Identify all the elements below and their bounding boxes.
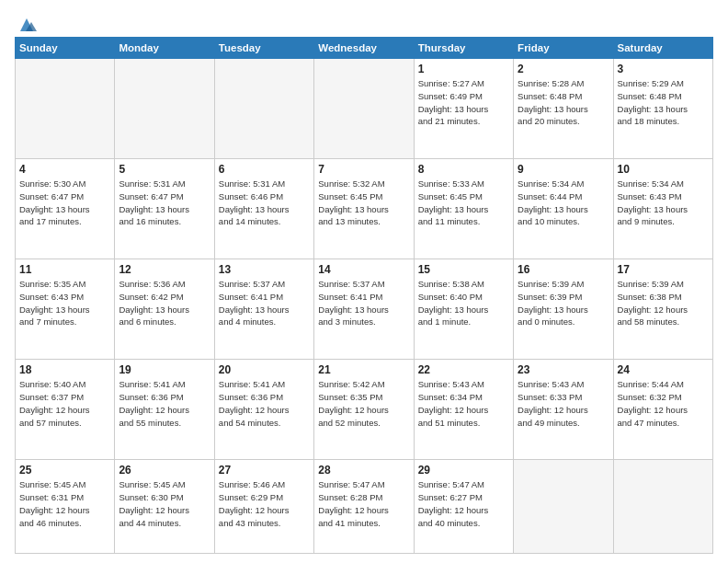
day-number: 27 [219, 464, 310, 477]
day-info: Sunrise: 5:29 AM Sunset: 6:48 PM Dayligh… [618, 77, 709, 128]
calendar-cell: 22Sunrise: 5:43 AM Sunset: 6:34 PM Dayli… [414, 360, 513, 460]
page: SundayMondayTuesdayWednesdayThursdayFrid… [0, 0, 728, 563]
calendar-cell: 24Sunrise: 5:44 AM Sunset: 6:32 PM Dayli… [613, 360, 712, 460]
calendar-cell: 7Sunrise: 5:32 AM Sunset: 6:45 PM Daylig… [314, 159, 414, 259]
day-number: 8 [418, 163, 509, 176]
day-info: Sunrise: 5:32 AM Sunset: 6:45 PM Dayligh… [318, 178, 409, 228]
calendar-cell: 5Sunrise: 5:31 AM Sunset: 6:47 PM Daylig… [115, 159, 214, 259]
day-number: 17 [618, 263, 709, 276]
calendar-table: SundayMondayTuesdayWednesdayThursdayFrid… [15, 37, 713, 554]
day-number: 29 [418, 464, 509, 477]
day-number: 28 [318, 464, 409, 477]
calendar-cell: 25Sunrise: 5:45 AM Sunset: 6:31 PM Dayli… [16, 460, 115, 554]
day-info: Sunrise: 5:38 AM Sunset: 6:40 PM Dayligh… [418, 278, 509, 328]
day-info: Sunrise: 5:30 AM Sunset: 6:47 PM Dayligh… [19, 178, 110, 228]
day-info: Sunrise: 5:27 AM Sunset: 6:49 PM Dayligh… [418, 77, 509, 128]
day-info: Sunrise: 5:33 AM Sunset: 6:45 PM Dayligh… [418, 178, 509, 228]
day-info: Sunrise: 5:36 AM Sunset: 6:42 PM Dayligh… [119, 278, 210, 328]
day-number: 11 [19, 263, 110, 276]
day-number: 4 [19, 163, 110, 176]
day-header-thursday: Thursday [414, 38, 513, 59]
day-info: Sunrise: 5:47 AM Sunset: 6:27 PM Dayligh… [418, 478, 509, 529]
calendar-cell: 23Sunrise: 5:43 AM Sunset: 6:33 PM Dayli… [514, 360, 613, 460]
day-number: 5 [119, 163, 210, 176]
calendar-cell: 2Sunrise: 5:28 AM Sunset: 6:48 PM Daylig… [514, 59, 613, 159]
day-number: 22 [418, 363, 509, 376]
calendar-cell: 6Sunrise: 5:31 AM Sunset: 6:46 PM Daylig… [214, 159, 313, 259]
calendar-cell [613, 460, 712, 554]
calendar-week-row: 4Sunrise: 5:30 AM Sunset: 6:47 PM Daylig… [16, 159, 713, 259]
calendar-cell: 17Sunrise: 5:39 AM Sunset: 6:38 PM Dayli… [613, 259, 712, 360]
day-number: 6 [219, 163, 310, 176]
calendar-week-row: 18Sunrise: 5:40 AM Sunset: 6:37 PM Dayli… [16, 360, 713, 460]
calendar-cell [514, 460, 613, 554]
day-info: Sunrise: 5:40 AM Sunset: 6:37 PM Dayligh… [19, 378, 110, 429]
day-info: Sunrise: 5:45 AM Sunset: 6:31 PM Dayligh… [19, 478, 110, 529]
day-info: Sunrise: 5:44 AM Sunset: 6:32 PM Dayligh… [618, 378, 709, 429]
day-info: Sunrise: 5:37 AM Sunset: 6:41 PM Dayligh… [219, 278, 310, 328]
day-number: 2 [518, 63, 609, 75]
calendar-cell: 28Sunrise: 5:47 AM Sunset: 6:28 PM Dayli… [314, 460, 414, 554]
calendar-cell: 1Sunrise: 5:27 AM Sunset: 6:49 PM Daylig… [414, 59, 513, 159]
calendar-cell: 4Sunrise: 5:30 AM Sunset: 6:47 PM Daylig… [16, 159, 115, 259]
calendar-cell: 16Sunrise: 5:39 AM Sunset: 6:39 PM Dayli… [514, 259, 613, 360]
day-info: Sunrise: 5:45 AM Sunset: 6:30 PM Dayligh… [119, 478, 210, 529]
calendar-cell: 12Sunrise: 5:36 AM Sunset: 6:42 PM Dayli… [115, 259, 214, 360]
calendar-cell [314, 59, 414, 159]
calendar-cell: 21Sunrise: 5:42 AM Sunset: 6:35 PM Dayli… [314, 360, 414, 460]
day-header-monday: Monday [115, 38, 214, 59]
calendar-cell [115, 59, 214, 159]
day-number: 25 [19, 464, 110, 477]
calendar-cell: 15Sunrise: 5:38 AM Sunset: 6:40 PM Dayli… [414, 259, 513, 360]
day-number: 9 [518, 163, 609, 176]
day-number: 15 [418, 263, 509, 276]
day-header-tuesday: Tuesday [214, 38, 313, 59]
day-info: Sunrise: 5:42 AM Sunset: 6:35 PM Dayligh… [318, 378, 409, 429]
day-info: Sunrise: 5:43 AM Sunset: 6:34 PM Dayligh… [418, 378, 509, 429]
calendar-cell: 19Sunrise: 5:41 AM Sunset: 6:36 PM Dayli… [115, 360, 214, 460]
day-info: Sunrise: 5:39 AM Sunset: 6:39 PM Dayligh… [518, 278, 609, 328]
day-info: Sunrise: 5:35 AM Sunset: 6:43 PM Dayligh… [19, 278, 110, 328]
calendar-week-row: 1Sunrise: 5:27 AM Sunset: 6:49 PM Daylig… [16, 59, 713, 159]
calendar-cell: 14Sunrise: 5:37 AM Sunset: 6:41 PM Dayli… [314, 259, 414, 360]
calendar-cell: 9Sunrise: 5:34 AM Sunset: 6:44 PM Daylig… [514, 159, 613, 259]
day-header-sunday: Sunday [16, 38, 115, 59]
logo [15, 15, 37, 31]
day-info: Sunrise: 5:34 AM Sunset: 6:43 PM Dayligh… [618, 178, 709, 228]
day-number: 1 [418, 63, 509, 75]
day-number: 19 [119, 363, 210, 376]
calendar-cell [16, 59, 115, 159]
day-number: 26 [119, 464, 210, 477]
day-header-wednesday: Wednesday [314, 38, 414, 59]
day-number: 18 [19, 363, 110, 376]
day-number: 16 [518, 263, 609, 276]
calendar-cell: 13Sunrise: 5:37 AM Sunset: 6:41 PM Dayli… [214, 259, 313, 360]
calendar-cell: 11Sunrise: 5:35 AM Sunset: 6:43 PM Dayli… [16, 259, 115, 360]
calendar-week-row: 25Sunrise: 5:45 AM Sunset: 6:31 PM Dayli… [16, 460, 713, 554]
day-info: Sunrise: 5:47 AM Sunset: 6:28 PM Dayligh… [318, 478, 409, 529]
days-header-row: SundayMondayTuesdayWednesdayThursdayFrid… [16, 38, 713, 59]
day-number: 10 [618, 163, 709, 176]
calendar-week-row: 11Sunrise: 5:35 AM Sunset: 6:43 PM Dayli… [16, 259, 713, 360]
day-number: 13 [219, 263, 310, 276]
day-header-friday: Friday [514, 38, 613, 59]
day-number: 20 [219, 363, 310, 376]
calendar-cell: 10Sunrise: 5:34 AM Sunset: 6:43 PM Dayli… [613, 159, 712, 259]
day-number: 14 [318, 263, 409, 276]
day-info: Sunrise: 5:37 AM Sunset: 6:41 PM Dayligh… [318, 278, 409, 328]
calendar-cell: 20Sunrise: 5:41 AM Sunset: 6:36 PM Dayli… [214, 360, 313, 460]
day-info: Sunrise: 5:39 AM Sunset: 6:38 PM Dayligh… [618, 278, 709, 328]
header [15, 11, 713, 31]
calendar-cell [214, 59, 313, 159]
day-number: 23 [518, 363, 609, 376]
day-number: 21 [318, 363, 409, 376]
calendar-cell: 8Sunrise: 5:33 AM Sunset: 6:45 PM Daylig… [414, 159, 513, 259]
calendar-cell: 18Sunrise: 5:40 AM Sunset: 6:37 PM Dayli… [16, 360, 115, 460]
day-info: Sunrise: 5:31 AM Sunset: 6:46 PM Dayligh… [219, 178, 310, 228]
day-header-saturday: Saturday [613, 38, 712, 59]
calendar-cell: 26Sunrise: 5:45 AM Sunset: 6:30 PM Dayli… [115, 460, 214, 554]
day-number: 7 [318, 163, 409, 176]
day-info: Sunrise: 5:41 AM Sunset: 6:36 PM Dayligh… [219, 378, 310, 429]
day-info: Sunrise: 5:46 AM Sunset: 6:29 PM Dayligh… [219, 478, 310, 529]
day-info: Sunrise: 5:31 AM Sunset: 6:47 PM Dayligh… [119, 178, 210, 228]
